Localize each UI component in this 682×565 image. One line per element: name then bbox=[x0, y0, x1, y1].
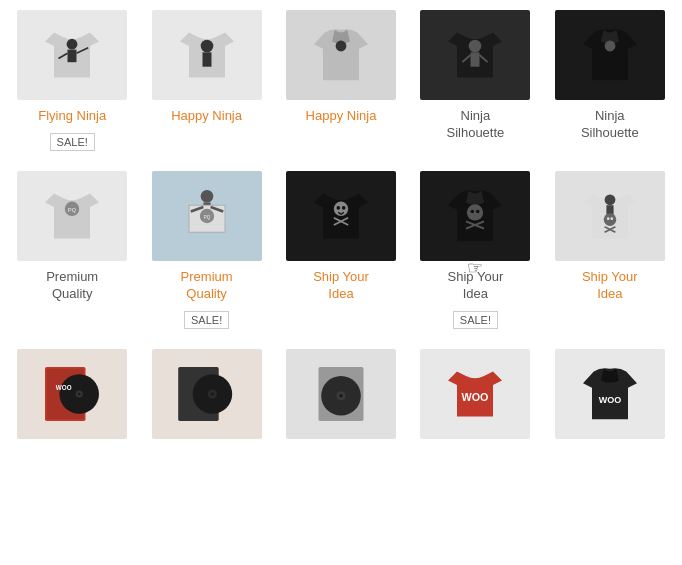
svg-point-31 bbox=[604, 194, 615, 205]
product-name: Flying Ninja bbox=[38, 108, 106, 125]
product-image: WOO bbox=[420, 349, 530, 439]
svg-point-33 bbox=[603, 213, 616, 226]
svg-point-4 bbox=[200, 40, 213, 53]
product-item[interactable]: NinjaSilhouette bbox=[413, 10, 537, 151]
product-item[interactable]: WOO bbox=[413, 349, 537, 447]
product-image bbox=[286, 171, 396, 261]
product-image: PQ bbox=[152, 171, 262, 261]
product-image: WOO bbox=[555, 349, 665, 439]
svg-point-22 bbox=[336, 206, 340, 210]
svg-point-27 bbox=[471, 210, 475, 214]
svg-point-28 bbox=[476, 210, 480, 214]
svg-point-6 bbox=[336, 41, 347, 52]
product-name: NinjaSilhouette bbox=[581, 108, 639, 142]
product-image bbox=[420, 171, 530, 261]
product-item[interactable]: Happy Ninja bbox=[279, 10, 403, 151]
product-item[interactable]: Flying Ninja SALE! bbox=[10, 10, 134, 151]
svg-text:PQ: PQ bbox=[203, 215, 210, 220]
product-image bbox=[420, 10, 530, 100]
svg-point-26 bbox=[467, 204, 483, 220]
svg-point-34 bbox=[607, 217, 610, 220]
product-name: NinjaSilhouette bbox=[446, 108, 504, 142]
product-item[interactable] bbox=[279, 349, 403, 447]
product-item[interactable]: Ship YourIdea bbox=[279, 171, 403, 329]
svg-point-0 bbox=[67, 39, 78, 50]
sale-badge: SALE! bbox=[453, 311, 498, 329]
svg-rect-1 bbox=[68, 50, 77, 63]
svg-text:WOO: WOO bbox=[56, 383, 72, 390]
product-grid: Flying Ninja SALE! Happy Ninja Happy Nin… bbox=[10, 10, 672, 447]
product-item[interactable]: Happy Ninja bbox=[144, 10, 268, 151]
product-item[interactable]: WOO bbox=[548, 349, 672, 447]
svg-text:WOO: WOO bbox=[462, 391, 489, 403]
svg-point-35 bbox=[610, 217, 613, 220]
product-image bbox=[286, 349, 396, 439]
product-item[interactable]: Ship YourIdea SALE! ☞ bbox=[413, 171, 537, 329]
product-item[interactable]: PQ PremiumQuality SALE! bbox=[144, 171, 268, 329]
product-image bbox=[555, 10, 665, 100]
svg-point-7 bbox=[469, 40, 482, 53]
product-item[interactable]: WOO bbox=[10, 349, 134, 447]
sale-badge: SALE! bbox=[184, 311, 229, 329]
product-name: PremiumQuality bbox=[46, 269, 98, 303]
sale-badge: SALE! bbox=[50, 133, 95, 151]
svg-point-42 bbox=[78, 392, 81, 395]
svg-point-47 bbox=[210, 392, 214, 396]
product-image bbox=[152, 349, 262, 439]
product-image bbox=[17, 10, 127, 100]
product-name: Happy Ninja bbox=[306, 108, 377, 125]
svg-point-23 bbox=[342, 206, 346, 210]
product-item[interactable]: Ship YourIdea bbox=[548, 171, 672, 329]
product-name: Ship YourIdea bbox=[448, 269, 504, 303]
product-image: PQ bbox=[17, 171, 127, 261]
product-item[interactable]: PQ PremiumQuality bbox=[10, 171, 134, 329]
svg-rect-5 bbox=[202, 52, 211, 66]
product-item[interactable] bbox=[144, 349, 268, 447]
svg-text:PQ: PQ bbox=[68, 207, 76, 213]
product-image bbox=[286, 10, 396, 100]
svg-text:WOO: WOO bbox=[599, 395, 622, 405]
product-image: WOO bbox=[17, 349, 127, 439]
svg-point-51 bbox=[339, 394, 343, 398]
product-image bbox=[555, 171, 665, 261]
svg-point-14 bbox=[200, 190, 213, 203]
svg-rect-8 bbox=[471, 52, 480, 66]
product-name: PremiumQuality bbox=[181, 269, 233, 303]
product-name: Ship YourIdea bbox=[313, 269, 369, 303]
product-item[interactable]: NinjaSilhouette bbox=[548, 10, 672, 151]
product-name: Ship YourIdea bbox=[582, 269, 638, 303]
svg-point-11 bbox=[604, 41, 615, 52]
product-image bbox=[152, 10, 262, 100]
product-name: Happy Ninja bbox=[171, 108, 242, 125]
